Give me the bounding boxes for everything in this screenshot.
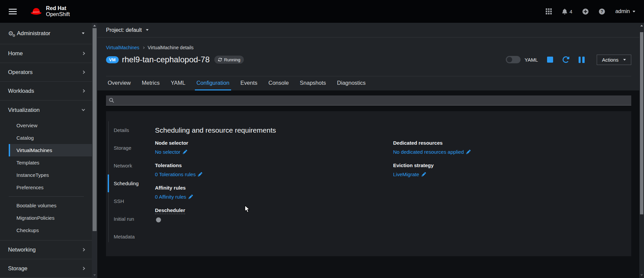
sidebar-item-label: Virtualization — [8, 107, 40, 113]
redhat-fedora-logo — [30, 6, 43, 16]
tab-snapshots[interactable]: Snapshots — [298, 76, 328, 90]
sidebar-item-instancetypes[interactable]: InstanceTypes — [9, 169, 92, 181]
user-menu[interactable]: admin — [615, 8, 635, 14]
project-selector[interactable]: Project: default — [106, 27, 149, 33]
sidebar-item-label: Home — [8, 50, 23, 57]
sidebar-item-preferences[interactable]: Preferences — [9, 181, 92, 194]
tab-yaml[interactable]: YAML — [169, 76, 187, 90]
sidebar-item-networking[interactable]: Networking — [0, 240, 92, 259]
scroll-up-icon[interactable] — [93, 25, 96, 26]
field-value: No dedicated resources applied — [393, 149, 464, 155]
sidebar-item-home[interactable]: Home — [0, 44, 92, 63]
sidebar-item-templates[interactable]: Templates — [9, 156, 92, 169]
redhat-openshift-logo[interactable]: Red Hat OpenShift — [30, 5, 70, 18]
chevron-down-icon — [82, 108, 85, 111]
yaml-toggle[interactable] — [506, 56, 521, 63]
sidebar-item-bootable-volumes[interactable]: Bootable volumes — [9, 199, 92, 212]
caret-down-icon — [633, 11, 635, 12]
scroll-up-icon[interactable] — [640, 25, 643, 26]
subnav-metadata[interactable]: Metadata — [108, 228, 155, 246]
subnav-storage[interactable]: Storage — [108, 139, 155, 157]
scrollbar-thumb[interactable] — [93, 28, 97, 231]
chevron-right-icon — [82, 71, 85, 74]
subnav-ssh[interactable]: SSH — [108, 192, 155, 210]
sidebar-item-storage[interactable]: Storage — [0, 259, 92, 278]
tab-metrics[interactable]: Metrics — [140, 76, 161, 90]
yaml-toggle-label: YAML — [525, 57, 538, 63]
sidebar-scrollbar[interactable] — [92, 23, 97, 278]
hamburger-icon[interactable] — [9, 7, 17, 16]
field-eviction-strategy: Eviction strategy LiveMigrate — [393, 162, 631, 178]
actions-dropdown[interactable]: Actions — [597, 55, 631, 65]
search-bar[interactable] — [106, 95, 631, 106]
configuration-content: Details Storage Network Scheduling SSH I… — [97, 90, 644, 278]
field-descheduler: Descheduler — [155, 207, 393, 223]
scheduling-section: Scheduling and resource requirements Nod… — [155, 111, 631, 256]
sidebar-item-checkups[interactable]: Checkups — [9, 224, 92, 236]
main-content: Project: default VirtualMachines Virtual… — [97, 23, 644, 278]
node-selector-edit-link[interactable]: No selector — [155, 149, 187, 155]
fields-left-column: Node selector No selector Tolerations 0 … — [155, 140, 393, 230]
sidebar-item-migrationpolicies[interactable]: MigrationPolicies — [9, 212, 92, 224]
scrollbar-thumb[interactable] — [640, 32, 643, 214]
tab-diagnostics[interactable]: Diagnostics — [335, 76, 367, 90]
vm-kind-badge: VM — [106, 56, 119, 63]
apps-grid-icon[interactable] — [546, 8, 552, 14]
field-value: LiveMigrate — [393, 171, 419, 177]
caret-down-icon — [82, 32, 85, 34]
tab-events[interactable]: Events — [239, 76, 259, 90]
field-value: 0 Affinity rules — [155, 194, 186, 200]
stop-button[interactable] — [547, 57, 553, 63]
project-bar: Project: default — [97, 23, 644, 38]
bell-icon — [562, 9, 568, 14]
pause-button[interactable] — [579, 57, 585, 63]
page-scrollbar[interactable] — [639, 23, 644, 278]
sidebar-item-virtualmachines[interactable]: VirtualMachines — [9, 144, 92, 156]
title-row: VM rhel9-tan-cephalopod-78 Running YAML — [106, 53, 631, 66]
scroll-down-icon[interactable] — [93, 274, 96, 276]
sidebar-item-overview[interactable]: Overview — [9, 119, 92, 132]
sidebar-item-label: Checkups — [16, 227, 39, 233]
search-input[interactable] — [117, 98, 628, 103]
tolerations-edit-link[interactable]: 0 Tolerations rules — [155, 171, 202, 177]
pencil-icon — [189, 195, 193, 199]
subnav-details[interactable]: Details — [108, 121, 155, 139]
tab-console[interactable]: Console — [267, 76, 290, 90]
pencil-icon — [198, 172, 202, 177]
sidebar-item-workloads[interactable]: Workloads — [0, 82, 92, 100]
perspective-switcher[interactable]: ⚙⚙ Administrator — [0, 23, 92, 44]
sidebar-item-catalog[interactable]: Catalog — [9, 132, 92, 144]
field-affinity-rules: Affinity rules 0 Affinity rules — [155, 185, 393, 201]
subnav-network[interactable]: Network — [108, 157, 155, 175]
subnav-scheduling[interactable]: Scheduling — [108, 175, 155, 192]
sidebar-item-virtualization[interactable]: Virtualization — [0, 100, 92, 119]
notifications-button[interactable]: 4 — [562, 9, 572, 14]
tab-configuration[interactable]: Configuration — [195, 76, 231, 90]
field-term: Eviction strategy — [393, 162, 631, 168]
subnav-initial-run[interactable]: Initial run — [108, 210, 155, 228]
sidebar-item-operators[interactable]: Operators — [0, 63, 92, 82]
status-badge[interactable]: Running — [214, 56, 244, 64]
tab-bar: Overview Metrics YAML Configuration Even… — [106, 76, 631, 90]
sidebar-item-label: Networking — [8, 247, 36, 253]
sidebar-nav: ⚙⚙ Administrator Home Operators Workload… — [0, 23, 97, 278]
virtualization-subnav: Overview Catalog VirtualMachines Templat… — [9, 119, 92, 240]
scroll-down-icon[interactable] — [640, 274, 643, 276]
field-dedicated-resources: Dedicated resources No dedicated resourc… — [393, 140, 631, 156]
affinity-rules-edit-link[interactable]: 0 Affinity rules — [155, 194, 193, 200]
tab-overview[interactable]: Overview — [106, 76, 132, 90]
eviction-strategy-edit-link[interactable]: LiveMigrate — [393, 171, 426, 177]
restart-button[interactable] — [562, 56, 570, 63]
plus-circle-icon[interactable] — [582, 8, 589, 15]
breadcrumb: VirtualMachines VirtualMachine details — [106, 45, 631, 50]
field-value: No selector — [155, 149, 180, 155]
sidebar-item-label: Preferences — [16, 185, 44, 190]
brand-text: Red Hat OpenShift — [46, 5, 70, 18]
masthead-toolbar: 4 ? admin — [546, 8, 644, 15]
breadcrumb-link-virtualmachines[interactable]: VirtualMachines — [106, 45, 139, 50]
help-icon[interactable]: ? — [599, 8, 605, 15]
field-value: 0 Tolerations rules — [155, 171, 196, 177]
pencil-icon — [466, 150, 471, 154]
page-title: rhel9-tan-cephalopod-78 — [122, 55, 210, 64]
dedicated-resources-edit-link[interactable]: No dedicated resources applied — [393, 149, 471, 155]
